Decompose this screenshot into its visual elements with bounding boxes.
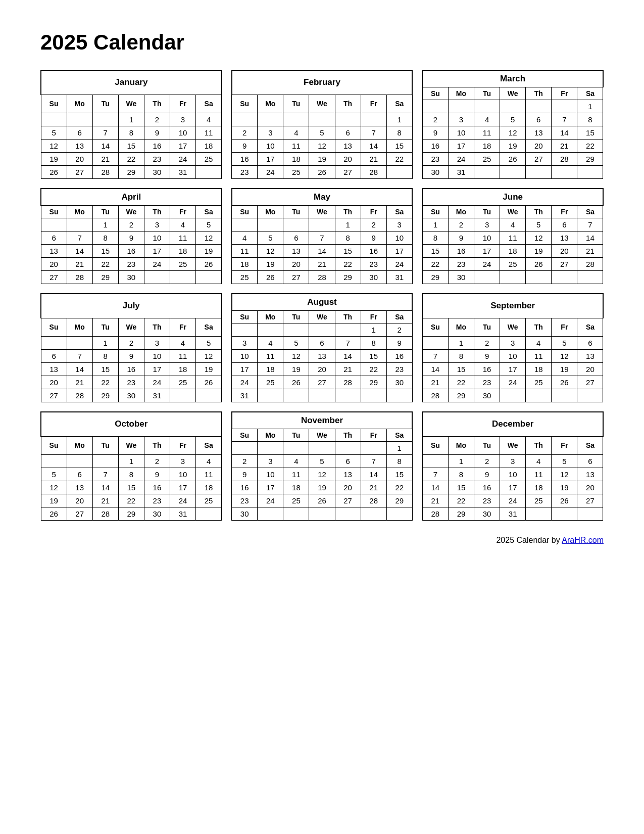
month-table-january: JanuarySuMoTuWeThFrSa1234567891011121314… xyxy=(40,70,222,179)
day-cell-19: 19 xyxy=(41,494,67,507)
day-header-mo: Mo xyxy=(448,206,474,218)
week-row: 2930 xyxy=(422,271,603,284)
week-row: 16171819202122 xyxy=(232,153,413,166)
week-row: 12345 xyxy=(41,337,222,350)
day-cell-17: 17 xyxy=(232,363,258,376)
day-cell-11: 11 xyxy=(500,231,526,245)
day-header-sa: Sa xyxy=(196,318,222,336)
month-table-september: SeptemberSuMoTuWeThFrSa12345678910111213… xyxy=(422,293,604,402)
day-cell-8: 8 xyxy=(386,455,412,468)
day-cell-12: 12 xyxy=(196,231,222,245)
day-cell-23: 23 xyxy=(474,494,500,507)
day-cell-20: 20 xyxy=(67,494,92,507)
day-cell-20: 20 xyxy=(41,258,67,271)
week-row: 1 xyxy=(422,100,603,113)
page-title: 2025 Calendar xyxy=(40,30,604,55)
day-cell-9: 9 xyxy=(474,350,500,363)
month-name-december: December xyxy=(422,412,603,436)
day-header-mo: Mo xyxy=(67,436,92,454)
empty-day-cell xyxy=(41,218,67,231)
day-header-we: We xyxy=(118,206,144,218)
day-cell-5: 5 xyxy=(309,455,335,468)
day-cell-3: 3 xyxy=(258,455,283,468)
week-row: 1234 xyxy=(41,113,222,126)
day-cell-4: 4 xyxy=(500,218,526,231)
day-cell-8: 8 xyxy=(92,231,118,245)
day-cell-2: 2 xyxy=(144,113,170,126)
empty-day-cell xyxy=(309,507,335,521)
empty-day-cell xyxy=(258,507,283,521)
day-cell-18: 18 xyxy=(500,245,526,258)
week-row: 567891011 xyxy=(41,468,222,481)
day-header-mo: Mo xyxy=(448,318,474,336)
day-cell-13: 13 xyxy=(309,350,335,363)
empty-day-cell xyxy=(361,442,386,455)
day-cell-15: 15 xyxy=(422,245,448,258)
day-cell-30: 30 xyxy=(474,389,500,402)
month-table-february: FebruarySuMoTuWeThFrSa123456789101112131… xyxy=(231,70,413,179)
day-cell-17: 17 xyxy=(144,245,170,258)
day-cell-19: 19 xyxy=(258,258,283,271)
day-cell-24: 24 xyxy=(170,494,195,507)
day-cell-12: 12 xyxy=(41,140,67,153)
day-header-sa: Sa xyxy=(386,429,412,442)
day-cell-11: 11 xyxy=(170,350,195,363)
month-name-september: September xyxy=(422,294,603,318)
day-cell-16: 16 xyxy=(144,481,170,494)
day-cell-4: 4 xyxy=(196,113,222,126)
day-cell-3: 3 xyxy=(500,455,526,468)
day-cell-27: 27 xyxy=(283,271,309,284)
day-cell-19: 19 xyxy=(500,140,526,153)
day-header-th: Th xyxy=(526,318,552,336)
month-table-december: DecemberSuMoTuWeThFrSa123456789101112131… xyxy=(422,411,604,521)
day-header-sa: Sa xyxy=(386,206,412,218)
day-header-tu: Tu xyxy=(283,311,309,323)
month-name-april: April xyxy=(41,189,222,206)
day-header-fr: Fr xyxy=(170,436,195,454)
day-header-tu: Tu xyxy=(474,206,500,218)
day-cell-9: 9 xyxy=(144,126,170,140)
day-cell-19: 19 xyxy=(41,153,67,166)
day-cell-17: 17 xyxy=(170,481,195,494)
day-cell-31: 31 xyxy=(448,166,474,179)
day-cell-16: 16 xyxy=(232,481,258,494)
week-row: 9101112131415 xyxy=(422,126,603,140)
day-header-su: Su xyxy=(41,95,67,113)
day-cell-18: 18 xyxy=(196,140,222,153)
day-header-mo: Mo xyxy=(258,95,283,113)
day-cell-4: 4 xyxy=(196,455,222,468)
day-cell-10: 10 xyxy=(258,468,283,481)
day-cell-14: 14 xyxy=(422,481,448,494)
week-row: 21222324252627 xyxy=(422,376,603,389)
week-row: 31 xyxy=(232,389,413,402)
day-cell-29: 29 xyxy=(335,271,361,284)
day-cell-26: 26 xyxy=(196,376,222,389)
day-cell-4: 4 xyxy=(232,231,258,245)
week-row: 30 xyxy=(232,507,413,521)
day-cell-2: 2 xyxy=(386,323,412,337)
day-header-sa: Sa xyxy=(196,436,222,454)
day-header-th: Th xyxy=(335,206,361,218)
day-header-sa: Sa xyxy=(386,311,412,323)
month-table-april: AprilSuMoTuWeThFrSa123456789101112131415… xyxy=(40,188,222,284)
day-cell-28: 28 xyxy=(422,389,448,402)
empty-day-cell xyxy=(258,389,283,402)
day-cell-29: 29 xyxy=(448,389,474,402)
day-cell-9: 9 xyxy=(361,231,386,245)
day-cell-26: 26 xyxy=(41,507,67,521)
day-cell-21: 21 xyxy=(67,376,92,389)
day-cell-29: 29 xyxy=(118,166,144,179)
week-row: 262728293031 xyxy=(41,166,222,179)
week-row: 20212223242526 xyxy=(41,376,222,389)
footer-link[interactable]: AraHR.com xyxy=(562,536,604,544)
day-cell-7: 7 xyxy=(422,468,448,481)
week-row: 123456 xyxy=(422,455,603,468)
day-header-we: We xyxy=(309,95,335,113)
day-cell-4: 4 xyxy=(170,218,195,231)
day-cell-27: 27 xyxy=(577,494,603,507)
day-cell-3: 3 xyxy=(232,337,258,350)
day-cell-16: 16 xyxy=(386,350,412,363)
day-cell-17: 17 xyxy=(386,245,412,258)
day-header-tu: Tu xyxy=(283,429,309,442)
day-cell-14: 14 xyxy=(422,363,448,376)
